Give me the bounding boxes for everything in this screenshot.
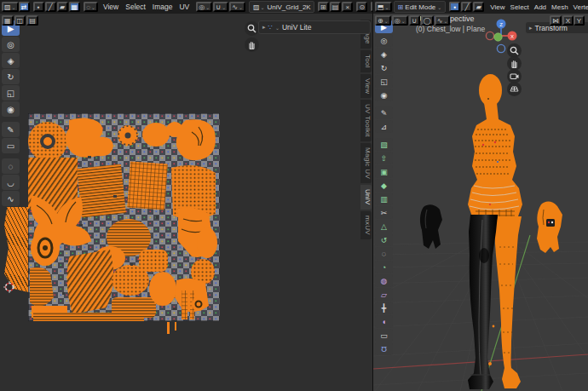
face-select-mode-button[interactable]: ▰ (473, 2, 484, 12)
mode-selector[interactable]: ⊞ Edit Mode ⌄ (394, 1, 447, 13)
menu-item[interactable]: Select (508, 3, 532, 12)
viewport-scene[interactable] (373, 14, 588, 391)
magnifier-icon (510, 46, 519, 55)
object-label: (0) Chest_low | Plane (416, 25, 485, 33)
poly-build-tool[interactable]: △ (375, 220, 393, 233)
annotate-tool[interactable]: ✎ (2, 122, 20, 137)
rotate-tool[interactable]: ↻ (375, 61, 393, 74)
new-image-button[interactable]: ⊞ (318, 2, 329, 12)
menu-item[interactable]: View (487, 3, 507, 12)
sidebar-tab[interactable]: Tool (360, 50, 372, 72)
gizmos-toggle[interactable]: ▦ (2, 15, 14, 26)
uv-editor-pane: ▨⇄ ▪╱▰▦ ◌ ViewSelectImageUV ◎∪∿ ▨ UniV_G… (0, 0, 373, 391)
transform-orientation-dropdown[interactable]: ⊕ (375, 15, 391, 26)
univ-tool[interactable]: Ʊ (375, 342, 393, 355)
browse-image-icon[interactable]: ▨ (252, 2, 266, 12)
knife-tool[interactable]: ✂ (375, 206, 393, 219)
rip-region-tool[interactable]: ╋ (375, 302, 393, 314)
edge-select-mode-button[interactable]: ╱ (461, 2, 472, 12)
mirror-axis-button[interactable]: Y (574, 15, 585, 26)
pivot-point-dropdown[interactable]: ◎ (196, 2, 212, 12)
proportional-falloff-dropdown[interactable]: ∿ (435, 15, 451, 26)
edge-select-mode-button[interactable]: ╱ (45, 2, 56, 12)
inset-faces-tool[interactable]: ▣ (375, 165, 393, 178)
smooth-tool[interactable]: ◌ (375, 247, 393, 260)
gizmo-minus-x-axis[interactable] (486, 32, 493, 39)
image-datablock-field[interactable]: ▨ UniV_Grid_2K (249, 1, 314, 13)
toggle-perspective-button[interactable] (507, 82, 522, 96)
spin-tool[interactable]: ↺ (375, 233, 393, 246)
scale-tool[interactable]: ◱ (2, 85, 20, 101)
menu-item[interactable]: View (100, 2, 122, 12)
overlay-options-dropdown[interactable]: ▤ (26, 15, 38, 26)
island-select-mode-button[interactable]: ▦ (69, 2, 81, 12)
transform-tool[interactable]: ◉ (375, 89, 393, 101)
vertex-select-mode-button[interactable]: ▪ (449, 2, 460, 12)
proportional-falloff-dropdown[interactable]: ∿ (229, 2, 245, 12)
chevron-down-icon[interactable]: ⌄ (275, 25, 280, 31)
shrink-fatten-tool[interactable]: ◍ (375, 274, 393, 287)
edge-slide-tool[interactable]: ◔ (375, 261, 393, 273)
overlays-toggle[interactable]: ◫ (14, 15, 26, 26)
sticky-selection-dropdown[interactable]: ◌ (84, 2, 98, 12)
shear-tool[interactable]: ▱ (375, 288, 393, 301)
uv-image-canvas[interactable] (28, 113, 220, 321)
rip-edge-tool[interactable]: ◖ (375, 315, 393, 328)
snapping-toggle[interactable]: ∪ (409, 15, 420, 26)
rotate-tool[interactable]: ↻ (2, 69, 20, 84)
sidebar-tab[interactable]: mxUV (360, 211, 372, 239)
blender-window: ▨⇄ ▪╱▰▦ ◌ ViewSelectImageUV ◎∪∿ ▨ UniV_G… (0, 0, 588, 391)
transform-tool[interactable]: ◉ (2, 101, 20, 117)
select-box-tool[interactable]: ▭ (2, 138, 20, 153)
unlink-image-button[interactable]: × (342, 2, 353, 12)
sidebar-tab[interactable]: UV Toolkit (360, 100, 372, 141)
cursor-tool[interactable]: ◎ (375, 34, 393, 47)
cursor-tool[interactable]: ◎ (2, 37, 20, 52)
scale-tool[interactable]: ◱ (375, 75, 393, 88)
pin-image-button[interactable]: ⊙ (356, 2, 367, 12)
pan-button[interactable] (245, 37, 259, 52)
menu-item[interactable]: Vertex (571, 3, 588, 12)
mode-label: Edit Mode (405, 3, 435, 11)
pivot-point-dropdown[interactable]: ◎ (392, 15, 408, 26)
menu-item[interactable]: Image (149, 2, 176, 12)
editor-type-dropdown[interactable]: ⬒ (375, 2, 392, 12)
vertex-select-mode-button[interactable]: ▪ (33, 2, 44, 12)
annotate-tool[interactable]: ✎ (375, 106, 393, 119)
zoom-button[interactable] (245, 21, 259, 36)
gizmo-y-axis[interactable] (494, 33, 502, 41)
snapping-dropdown[interactable]: ∪ (213, 2, 228, 12)
menu-item[interactable]: Mesh (549, 3, 571, 12)
uv-sync-selection-toggle[interactable]: ⇄ (19, 2, 30, 12)
relax-tool[interactable]: ∿ (2, 191, 20, 206)
select-circle-tool[interactable]: ◌ (2, 158, 20, 174)
expand-arrow-icon[interactable]: ▸ (262, 24, 266, 31)
grab-tool[interactable]: ◡ (2, 175, 20, 190)
gizmo-minus-z-axis[interactable] (497, 44, 504, 52)
move-tool[interactable]: ◈ (375, 48, 393, 60)
extrude-region-tool[interactable]: ⇧ (375, 152, 393, 164)
univ-lite-panel-header[interactable]: ▸ ∵ ⌄ UniV Lite (258, 20, 371, 34)
measure-tool[interactable]: ⊿ (375, 120, 393, 133)
sidebar-tab[interactable]: View (360, 74, 372, 98)
uv-2d-cursor[interactable] (3, 281, 15, 293)
proportional-editing-toggle[interactable]: ◯ (421, 15, 434, 26)
menu-item[interactable]: Add (532, 3, 549, 12)
editor-type-dropdown[interactable]: ▨ (2, 2, 19, 12)
mirror-group: ⋈ XY (550, 15, 585, 26)
menu-item[interactable]: UV (176, 2, 193, 12)
add-cube-tool[interactable]: ▧ (375, 138, 393, 151)
open-image-button[interactable]: ▤ (330, 2, 342, 12)
move-tool[interactable]: ◈ (2, 53, 20, 68)
viewport-toolbar: ▶◎◈↻◱◉✎⊿▧⇧▣◆▥✂△↺◌◔◍▱╋◖▭Ʊ (375, 20, 393, 355)
slide-tool[interactable]: ▭ (375, 329, 393, 342)
mirror-icon[interactable]: ⋈ (550, 15, 562, 26)
bevel-tool[interactable]: ◆ (375, 179, 393, 192)
expand-arrow-icon[interactable]: ▸ (529, 25, 533, 32)
sidebar-tab[interactable]: Magic UV (360, 143, 372, 183)
sidebar-tab[interactable]: UniV (360, 185, 372, 210)
mirror-axis-button[interactable]: X (562, 15, 574, 26)
loop-cut-tool[interactable]: ▥ (375, 193, 393, 205)
menu-item[interactable]: Select (122, 2, 149, 12)
face-select-mode-button[interactable]: ▰ (57, 2, 68, 12)
